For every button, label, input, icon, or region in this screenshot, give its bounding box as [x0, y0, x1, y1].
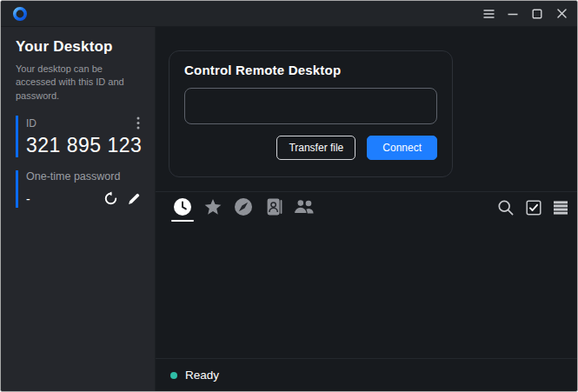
one-time-password-section: One-time password - — [16, 170, 143, 208]
card-title: Control Remote Desktop — [184, 63, 437, 77]
tab-recent-sessions[interactable] — [172, 197, 193, 222]
your-desktop-panel: Your Desktop Your desktop can be accesse… — [1, 27, 156, 391]
password-value: - — [26, 192, 103, 206]
checkbox-checked-icon[interactable] — [526, 200, 541, 216]
list-view-icon[interactable] — [553, 200, 568, 216]
desktop-id-value[interactable]: 321 895 123 — [26, 134, 143, 157]
control-remote-desktop-card: Control Remote Desktop Transfer file Con… — [169, 50, 453, 177]
maximize-icon[interactable] — [525, 1, 549, 26]
close-icon[interactable] — [549, 1, 574, 26]
id-label: ID — [26, 117, 37, 130]
tab-underline — [202, 220, 224, 222]
session-list-empty-area — [156, 225, 577, 358]
tab-underline — [293, 220, 316, 222]
tab-discovered[interactable] — [233, 197, 254, 222]
transfer-file-button[interactable]: Transfer file — [276, 136, 355, 160]
connection-status-dot — [170, 372, 177, 379]
clock-icon — [173, 197, 192, 216]
compass-icon — [234, 197, 253, 216]
statusbar: Ready — [156, 358, 577, 391]
remote-id-input[interactable] — [184, 88, 437, 124]
refresh-icon[interactable] — [103, 191, 118, 206]
tab-favorites[interactable] — [203, 197, 223, 222]
rustdesk-logo-icon — [12, 6, 28, 22]
address-book-icon — [265, 197, 283, 216]
password-label: One-time password — [26, 170, 143, 183]
kebab-menu-icon[interactable] — [133, 116, 143, 130]
connection-status-text: Ready — [185, 369, 219, 382]
connect-button[interactable]: Connect — [367, 136, 437, 160]
sidebar-description: Your desktop can be accessed with this I… — [16, 63, 143, 103]
group-icon — [293, 197, 316, 216]
hamburger-menu-icon[interactable] — [476, 1, 501, 26]
titlebar[interactable] — [1, 1, 577, 27]
tab-underline — [262, 220, 285, 222]
star-icon — [203, 197, 223, 216]
tab-underline — [171, 220, 194, 222]
session-tabbar — [156, 191, 577, 225]
search-icon[interactable] — [497, 199, 515, 216]
app-window: Your Desktop Your desktop can be accesse… — [0, 0, 578, 392]
tab-address-book[interactable] — [263, 197, 284, 222]
edit-pencil-icon[interactable] — [128, 192, 141, 205]
id-section: ID 321 895 123 — [16, 116, 143, 157]
minimize-icon[interactable] — [501, 1, 525, 26]
sidebar-title: Your Desktop — [16, 38, 143, 56]
main-panel: Control Remote Desktop Transfer file Con… — [156, 27, 577, 391]
tab-underline — [232, 220, 255, 222]
tab-group[interactable] — [294, 197, 315, 222]
